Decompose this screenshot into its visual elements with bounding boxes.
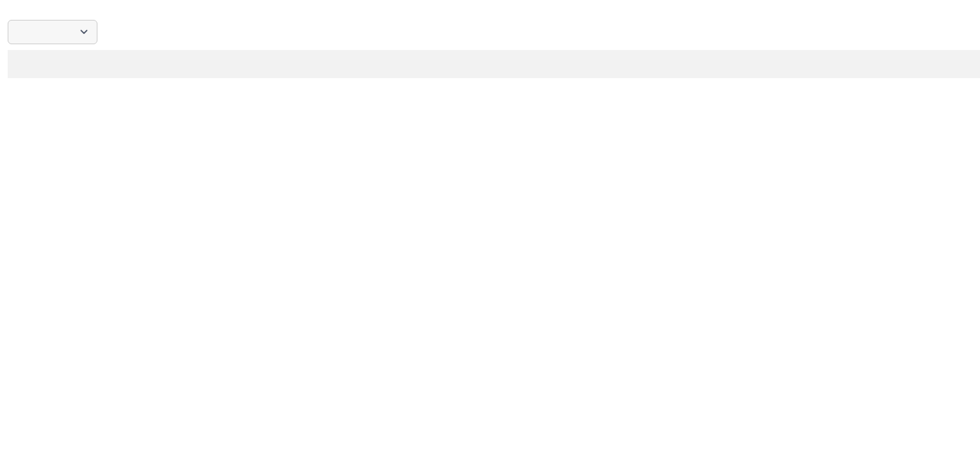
chevron-down-icon <box>80 29 88 35</box>
table-header <box>8 50 980 78</box>
table-body <box>0 78 980 471</box>
group-by-select[interactable] <box>8 20 97 44</box>
scan-results-page <box>0 0 980 471</box>
